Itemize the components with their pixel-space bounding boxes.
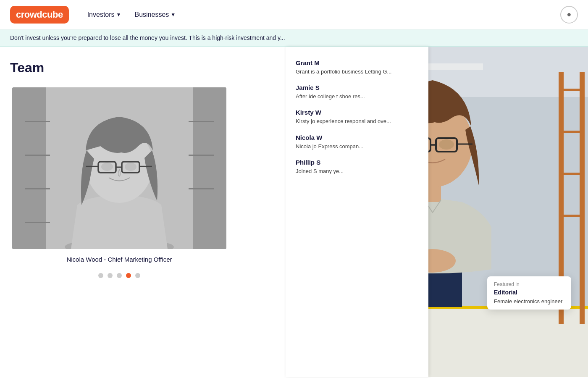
carousel-dots	[98, 273, 140, 278]
svg-point-51	[439, 139, 454, 150]
svg-rect-5	[25, 155, 50, 156]
team-card: Nicola Wood - Chief Marketing Officer	[10, 87, 228, 278]
nav-links: Investors ▼ Businesses ▼	[82, 8, 181, 22]
team-member-caption: Nicola Wood - Chief Marketing Officer	[66, 256, 172, 263]
svg-rect-10	[189, 188, 214, 189]
investors-nav-item[interactable]: Investors ▼	[82, 8, 126, 22]
businesses-chevron-icon: ▼	[171, 12, 176, 18]
featured-in-label: Featured in	[494, 281, 564, 287]
svg-rect-24	[420, 63, 483, 70]
team-dropdown-panel: Grant M Grant is a portfolio business Le…	[286, 47, 428, 377]
svg-rect-41	[559, 173, 585, 175]
team-photo	[12, 87, 226, 249]
logo-text: crowdcube	[16, 9, 63, 20]
dropdown-item-nicola[interactable]: Nicola W Nicola jo Express compan...	[286, 130, 428, 155]
dropdown-item-kirsty[interactable]: Kirsty W Kirsty jo experience responsi a…	[286, 105, 428, 129]
dropdown-item-grant[interactable]: Grant M Grant is a portfolio business Le…	[286, 55, 428, 80]
photo-bg	[12, 87, 226, 249]
svg-rect-4	[25, 121, 50, 122]
logo-badge: crowdcube	[10, 6, 69, 24]
dot-5[interactable]	[135, 273, 140, 278]
dot-1[interactable]	[98, 273, 103, 278]
svg-rect-8	[189, 121, 214, 122]
kirsty-desc: Kirsty jo experience responsi and ove...	[296, 118, 418, 125]
featured-editorial: Editorial	[494, 289, 564, 296]
investors-label: Investors	[87, 11, 115, 18]
businesses-nav-item[interactable]: Businesses ▼	[129, 8, 181, 22]
investors-chevron-icon: ▼	[116, 12, 121, 18]
team-section-title: Team	[10, 60, 278, 76]
svg-rect-39	[559, 89, 585, 91]
search-button[interactable]: ●	[560, 6, 578, 24]
featured-tooltip: Featured in Editorial Female electronics…	[487, 276, 571, 310]
right-overlay: Grant M Grant is a portfolio business Le…	[286, 47, 588, 377]
nicola-desc: Nicola jo Express compan...	[296, 143, 418, 150]
risk-banner: Don't invest unless you're prepared to l…	[0, 29, 588, 47]
svg-rect-38	[580, 72, 585, 324]
nicola-name: Nicola W	[296, 134, 418, 141]
svg-rect-9	[189, 155, 214, 156]
navbar: crowdcube Investors ▼ Businesses ▼ ●	[0, 0, 588, 29]
svg-rect-42	[559, 215, 585, 217]
businesses-label: Businesses	[134, 11, 169, 18]
dot-4[interactable]	[126, 273, 131, 278]
grant-desc: Grant is a portfolio business Letting G.…	[296, 68, 418, 76]
svg-rect-1	[12, 87, 46, 249]
search-icon: ●	[567, 10, 572, 19]
grant-name: Grant M	[296, 59, 418, 66]
dropdown-item-phillip[interactable]: Phillip S Joined S many ye...	[286, 155, 428, 179]
banner-text: Don't invest unless you're prepared to l…	[10, 34, 285, 41]
team-photo-svg	[12, 87, 226, 249]
dot-3[interactable]	[117, 273, 122, 278]
logo[interactable]: crowdcube	[10, 6, 69, 24]
dropdown-item-jamie[interactable]: Jamie S After ide college t shoe res...	[286, 80, 428, 105]
dot-2[interactable]	[108, 273, 113, 278]
jamie-desc: After ide college t shoe res...	[296, 93, 418, 100]
svg-point-19	[101, 163, 113, 171]
svg-rect-2	[193, 87, 226, 249]
featured-tag: Female electronics engineer	[494, 298, 564, 304]
kirsty-name: Kirsty W	[296, 109, 418, 116]
svg-point-20	[125, 163, 136, 171]
phillip-name: Phillip S	[296, 159, 418, 166]
phillip-desc: Joined S many ye...	[296, 168, 418, 175]
svg-rect-6	[25, 188, 50, 189]
left-panel: Team	[0, 47, 288, 377]
svg-rect-40	[559, 131, 585, 133]
jamie-name: Jamie S	[296, 84, 418, 91]
main-content: Team	[0, 47, 588, 377]
svg-rect-7	[25, 222, 50, 223]
